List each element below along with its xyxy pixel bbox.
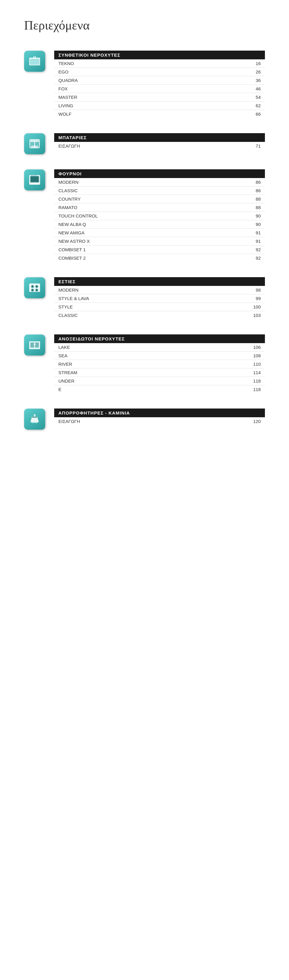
table-row: SEA108 (54, 352, 265, 360)
item-label: E (59, 387, 62, 392)
section-batteries: ΜΠΑΤΑΡΙΕΣΕΙΣΑΓΩΓΗ71 (24, 133, 265, 154)
table-row: LAKE106 (54, 343, 265, 352)
item-page-number: 118 (249, 387, 261, 392)
item-label: UNDER (59, 379, 75, 383)
item-page-number: 90 (249, 222, 261, 227)
item-label: TOUCH CONTROL (59, 213, 98, 218)
item-label: FOX (59, 86, 68, 91)
item-page-number: 88 (249, 205, 261, 210)
item-page-number: 26 (249, 69, 261, 75)
table-row: STYLE100 (54, 303, 265, 311)
table-row: QUADRA36 (54, 76, 265, 85)
table-row: TOUCH CONTROL90 (54, 212, 265, 220)
svg-point-20 (36, 286, 38, 287)
item-label: STREAM (59, 370, 77, 375)
table-row: EGO26 (54, 68, 265, 76)
table-row: MODERN86 (54, 178, 265, 186)
svg-rect-6 (30, 140, 39, 142)
svg-point-22 (32, 290, 33, 291)
item-label: COMBISET 1 (59, 247, 86, 252)
svg-point-34 (34, 422, 35, 423)
synthetics-header: ΣΥΝΘΕΤΙΚΟΙ ΝΕΡΟΧΥΤΕΣ (54, 51, 265, 59)
item-page-number: 91 (249, 239, 261, 244)
table-row: COMBISET 292 (54, 254, 265, 262)
item-page-number: 88 (249, 196, 261, 202)
item-page-number: 103 (249, 313, 261, 318)
item-page-number: 86 (249, 180, 261, 185)
svg-point-14 (34, 175, 35, 176)
item-label: LIVING (59, 103, 73, 108)
item-page-number: 108 (249, 353, 261, 358)
table-row: FOX46 (54, 85, 265, 93)
item-page-number: 114 (249, 370, 261, 375)
table-row: ΕΙΣΑΓΩΓΗ120 (54, 417, 265, 425)
section-stainless: ΑΝΟΞΕΙΔΩΤΟΙ ΝΕΡΟΧΥΤΕΣLAKE106SEA108RIVER1… (24, 334, 265, 393)
item-label: EGO (59, 69, 68, 75)
item-label: MASTER (59, 95, 77, 100)
svg-rect-8 (31, 145, 38, 148)
item-label: STYLE (59, 304, 73, 309)
item-page-number: 118 (249, 379, 261, 383)
item-label: COMBISET 2 (59, 256, 86, 261)
item-page-number: 16 (249, 61, 261, 66)
table-row: ΕΙΣΑΓΩΓΗ71 (54, 142, 265, 150)
item-page-number: 36 (249, 78, 261, 83)
item-page-number: 66 (249, 111, 261, 116)
item-label: MODERN (59, 287, 79, 293)
page-container: Περιεχόμενα ΣΥΝΘΕΤΙΚΟΙ ΝΕΡΟΧΥΤΕΣΤΕΚΝΟ16E… (0, 0, 289, 463)
svg-rect-16 (29, 283, 40, 292)
svg-point-35 (36, 422, 37, 423)
item-page-number: 100 (249, 304, 261, 309)
item-label: NEW ALBA Q (59, 222, 86, 227)
item-label: CLASSIC (59, 313, 78, 318)
section-synthetics: ΣΥΝΘΕΤΙΚΟΙ ΝΕΡΟΧΥΤΕΣΤΕΚΝΟ16EGO26QUADRA36… (24, 51, 265, 118)
item-page-number: 90 (249, 213, 261, 218)
svg-point-24 (36, 290, 38, 291)
table-row: COMBISET 192 (54, 245, 265, 254)
table-row: ΤΕΚΝΟ16 (54, 59, 265, 68)
table-row: MASTER54 (54, 93, 265, 102)
hoods-icon (24, 409, 45, 430)
item-page-number: 110 (249, 361, 261, 367)
svg-rect-11 (31, 177, 38, 182)
svg-point-18 (32, 286, 33, 287)
item-label: ΕΙΣΑΓΩΓΗ (59, 419, 80, 424)
ovens-header: ΦΟΥΡΝΟΙ (54, 169, 265, 178)
item-label: RIVER (59, 361, 72, 367)
item-page-number: 106 (249, 345, 261, 350)
batteries-icon (24, 133, 45, 154)
item-label: NEW ASTRO X (59, 239, 90, 244)
section-hobs: ΕΣΤΙΕΣMODERN98STYLE & LAVA99STYLE100CLAS… (24, 277, 265, 319)
item-label: SEA (59, 353, 67, 358)
item-label: STYLE & LAVA (59, 296, 89, 301)
item-page-number: 99 (249, 296, 261, 301)
item-page-number: 92 (249, 247, 261, 252)
item-label: MODERN (59, 180, 79, 185)
item-label: QUADRA (59, 78, 78, 83)
svg-rect-27 (30, 342, 34, 347)
svg-rect-28 (35, 342, 39, 347)
table-row: COUNTRY88 (54, 195, 265, 204)
item-label: ΕΙΣΑΓΩΓΗ (59, 143, 80, 148)
item-label: LAKE (59, 345, 70, 350)
svg-point-15 (36, 175, 37, 176)
item-label: NEW AMIGA (59, 230, 84, 235)
table-row: NEW ALBA Q90 (54, 220, 265, 229)
svg-rect-4 (29, 57, 40, 59)
svg-point-33 (33, 422, 34, 423)
svg-rect-12 (30, 183, 39, 184)
section-hoods: ΑΠΟΡΡΟΦΗΤΗΡΕΣ - ΚΑΜΙΝΙΑΕΙΣΑΓΩΓΗ120 (24, 409, 265, 430)
table-row: CLASSIC103 (54, 311, 265, 319)
hobs-icon (24, 277, 45, 298)
item-label: ΤΕΚΝΟ (59, 61, 74, 66)
table-row: UNDER118 (54, 377, 265, 385)
svg-point-13 (32, 175, 33, 176)
table-row: LIVING62 (54, 102, 265, 110)
synthetics-icon (24, 51, 45, 72)
table-row: CLASSIC86 (54, 186, 265, 195)
table-row: STREAM114 (54, 368, 265, 377)
item-page-number: 86 (249, 188, 261, 193)
item-label: RAMATO (59, 205, 77, 210)
item-page-number: 98 (249, 287, 261, 293)
item-label: COUNTRY (59, 196, 81, 202)
